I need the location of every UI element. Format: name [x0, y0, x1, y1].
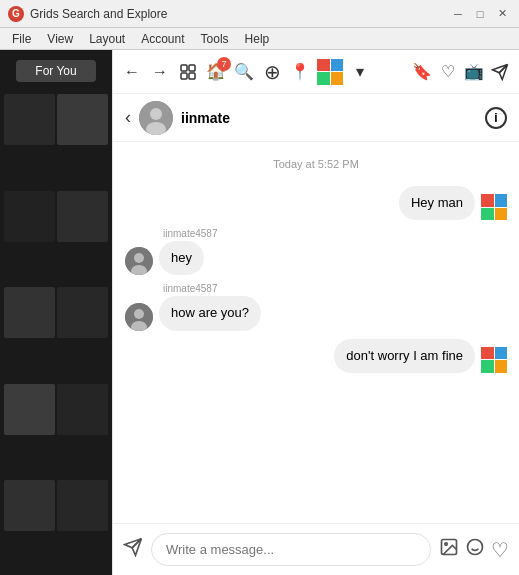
sidebar-image [4, 191, 55, 242]
notification-badge: 7 [217, 57, 231, 71]
input-icons: ♡ [439, 537, 509, 562]
sidebar: For You [0, 50, 112, 575]
forward-button[interactable]: → [149, 61, 171, 83]
sidebar-image [57, 191, 108, 242]
app-icon: G [8, 6, 24, 22]
add-button[interactable]: ⊕ [261, 61, 283, 83]
nav-right-icons: 🔖 ♡ 📺 [411, 61, 511, 83]
svg-rect-0 [181, 65, 187, 71]
grid-button[interactable] [177, 61, 199, 83]
top-nav: ← → 🏠 7 🔍 ⊕ 📍 [113, 50, 519, 94]
menu-help[interactable]: Help [237, 30, 278, 48]
sidebar-image [4, 384, 55, 435]
chat-avatar [139, 101, 173, 135]
menu-account[interactable]: Account [133, 30, 192, 48]
for-you-button[interactable]: For You [16, 60, 96, 82]
tv-icon[interactable]: 📺 [463, 61, 485, 83]
message-bubble: don't worry I am fine [334, 339, 475, 373]
message-row: hey [125, 241, 507, 275]
sidebar-top: For You [0, 60, 112, 82]
home-button-container: 🏠 7 [205, 61, 227, 83]
window-controls: ─ □ ✕ [449, 5, 511, 23]
received-avatar [125, 247, 153, 275]
svg-point-7 [150, 108, 162, 120]
sender-name: iinmate4587 [163, 228, 507, 239]
svg-point-10 [134, 253, 144, 263]
svg-point-19 [468, 540, 483, 555]
sent-color-icon [481, 194, 507, 220]
svg-rect-1 [189, 65, 195, 71]
image-input-icon[interactable] [439, 537, 459, 562]
sidebar-image [57, 94, 108, 145]
menu-bar: File View Layout Account Tools Help [0, 28, 519, 50]
menu-view[interactable]: View [39, 30, 81, 48]
back-button[interactable]: ← [121, 61, 143, 83]
title-bar: G Grids Search and Explore ─ □ ✕ [0, 0, 519, 28]
sidebar-image [57, 384, 108, 435]
minimize-button[interactable]: ─ [449, 5, 467, 23]
bookmark-icon[interactable]: 🔖 [411, 61, 433, 83]
chat-username: iinmate [181, 110, 477, 126]
chat-info-button[interactable]: i [485, 107, 507, 129]
app-container: For You ← → [0, 50, 519, 575]
svg-point-18 [445, 543, 448, 546]
sidebar-image [57, 480, 108, 531]
sent-color-icon [481, 347, 507, 373]
input-area: ♡ [113, 523, 519, 575]
emoji-input-icon[interactable] [465, 537, 485, 562]
dropdown-button[interactable]: ▾ [349, 61, 371, 83]
message-bubble: hey [159, 241, 204, 275]
send-button[interactable] [123, 537, 143, 562]
message-row: how are you? [125, 296, 507, 330]
title-bar-text: Grids Search and Explore [30, 7, 449, 21]
menu-file[interactable]: File [4, 30, 39, 48]
sidebar-images [0, 94, 112, 575]
received-avatar [125, 303, 153, 331]
color-grid-button[interactable] [317, 59, 343, 85]
message-input[interactable] [151, 533, 431, 566]
menu-tools[interactable]: Tools [193, 30, 237, 48]
svg-point-13 [134, 309, 144, 319]
message-group-received-2: iinmate4587 how are you? [125, 283, 507, 330]
message-bubble: how are you? [159, 296, 261, 330]
chat-header: ‹ iinmate i [113, 94, 519, 142]
svg-rect-3 [189, 73, 195, 79]
heart-icon[interactable]: ♡ [437, 61, 459, 83]
like-input-icon[interactable]: ♡ [491, 538, 509, 562]
svg-rect-2 [181, 73, 187, 79]
main-content: ← → 🏠 7 🔍 ⊕ 📍 [112, 50, 519, 575]
sidebar-image [4, 287, 55, 338]
menu-layout[interactable]: Layout [81, 30, 133, 48]
sidebar-image [4, 94, 55, 145]
sidebar-image [57, 287, 108, 338]
chat-back-button[interactable]: ‹ [125, 107, 131, 128]
message-row: Hey man [125, 186, 507, 220]
maximize-button[interactable]: □ [471, 5, 489, 23]
search-button[interactable]: 🔍 [233, 61, 255, 83]
close-button[interactable]: ✕ [493, 5, 511, 23]
message-row: don't worry I am fine [125, 339, 507, 373]
sender-name: iinmate4587 [163, 283, 507, 294]
location-button[interactable]: 📍 [289, 61, 311, 83]
message-timestamp: Today at 5:52 PM [125, 158, 507, 170]
sidebar-image [4, 480, 55, 531]
message-bubble: Hey man [399, 186, 475, 220]
messages-area: Today at 5:52 PM Hey man iinmate4587 [113, 142, 519, 523]
send-nav-icon[interactable] [489, 61, 511, 83]
message-group-received: iinmate4587 hey [125, 228, 507, 275]
